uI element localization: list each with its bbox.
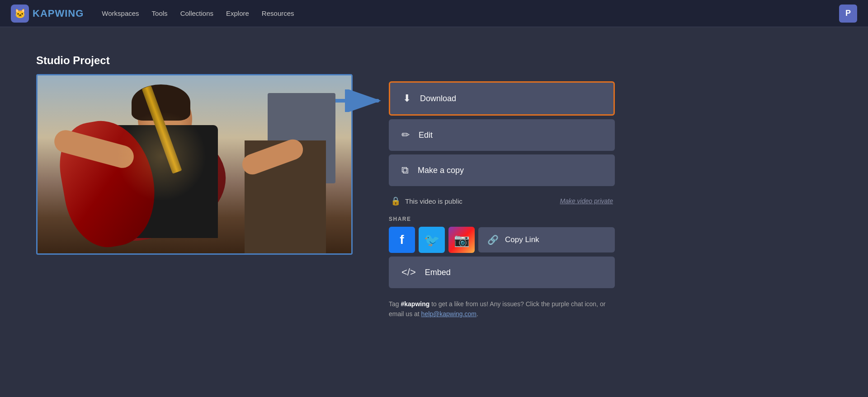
- email-link[interactable]: help@kapwing.com: [421, 310, 476, 318]
- navbar: 🐱 KAPWING Workspaces Tools Collections E…: [0, 0, 868, 27]
- share-label: SHARE: [389, 216, 615, 222]
- project-title: Studio Project: [36, 54, 353, 67]
- video-placeholder: [38, 75, 351, 253]
- copy-link-button[interactable]: 🔗 Copy Link: [478, 227, 615, 252]
- nav-collections[interactable]: Collections: [180, 9, 213, 17]
- main-content: Studio Project: [0, 27, 868, 346]
- main-nav: Workspaces Tools Collections Explore Res…: [102, 9, 294, 17]
- lock-icon: 🔒: [391, 196, 401, 206]
- nav-workspaces[interactable]: Workspaces: [102, 9, 139, 17]
- twitter-icon: 🐦: [424, 233, 440, 248]
- privacy-row: 🔒 This video is public Make video privat…: [389, 190, 615, 212]
- embed-label: Embed: [425, 268, 451, 277]
- download-label: Download: [420, 94, 456, 103]
- privacy-label: This video is public: [405, 197, 555, 205]
- copy-link-label: Copy Link: [505, 235, 539, 244]
- embed-button[interactable]: </> Embed: [389, 257, 615, 288]
- light-overlay: [116, 111, 207, 201]
- download-icon: ⬇: [403, 93, 411, 104]
- action-panel: ⬇ Download ✏ Edit ⧉ Make a copy 🔒 This v…: [389, 81, 615, 319]
- video-section: Studio Project: [36, 54, 353, 255]
- embed-icon: </>: [401, 266, 416, 278]
- nav-tools[interactable]: Tools: [152, 9, 168, 17]
- hashtag: #kapwing: [401, 300, 429, 308]
- video-thumbnail: [36, 74, 353, 255]
- share-section: SHARE f 🐦 📷 🔗 Copy Link: [389, 216, 615, 253]
- instagram-icon: 📷: [454, 233, 470, 248]
- facebook-icon: f: [400, 233, 404, 247]
- twitter-button[interactable]: 🐦: [419, 227, 445, 253]
- edit-button[interactable]: ✏ Edit: [389, 119, 615, 151]
- facebook-button[interactable]: f: [389, 227, 415, 253]
- edit-icon: ✏: [401, 129, 410, 141]
- tag-text: Tag #kapwing to get a like from us! Any …: [389, 299, 606, 319]
- link-icon: 🔗: [487, 234, 499, 245]
- nav-resources[interactable]: Resources: [262, 9, 294, 17]
- share-row: f 🐦 📷 🔗 Copy Link: [389, 227, 615, 253]
- logo-text: KAPWING: [33, 8, 84, 19]
- make-copy-label: Make a copy: [418, 166, 464, 175]
- logo-link[interactable]: 🐱 KAPWING: [11, 5, 84, 23]
- logo-icon: 🐱: [11, 5, 29, 23]
- copy-icon: ⧉: [401, 164, 409, 176]
- download-button[interactable]: ⬇ Download: [389, 81, 615, 116]
- instagram-button[interactable]: 📷: [448, 227, 475, 253]
- make-copy-button[interactable]: ⧉ Make a copy: [389, 154, 615, 186]
- nav-explore[interactable]: Explore: [226, 9, 249, 17]
- edit-label: Edit: [419, 131, 433, 140]
- make-private-link[interactable]: Make video private: [560, 197, 613, 205]
- user-avatar[interactable]: P: [839, 5, 857, 23]
